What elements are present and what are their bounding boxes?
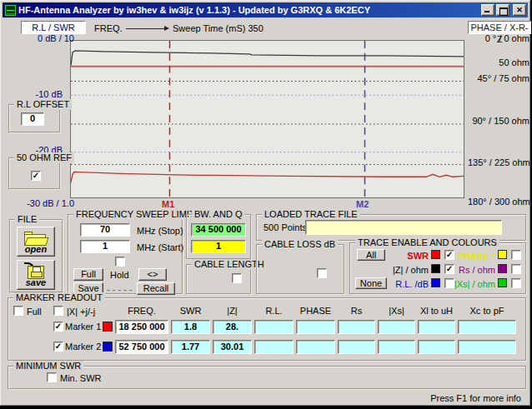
sweep-limits-group: FREQUENCY SWEEP LIMITS 70 MHz (Stop) 1 M… — [68, 214, 183, 294]
loaded-trace-title: LOADED TRACE FILE — [262, 209, 360, 220]
axis-right-3: 90° / 150 ohm — [468, 116, 529, 126]
marker1-phase — [296, 320, 335, 334]
marker2-xl — [418, 340, 455, 354]
trace-enable-group: TRACE ENABLE AND COLOURS All None SWR PH… — [349, 242, 526, 294]
bw-q-group: BW. AND Q 34 500 000 1 — [186, 214, 251, 259]
trace-swatch-xs[interactable] — [498, 278, 507, 287]
min-swr-label: Min. SWR — [60, 373, 102, 383]
sweep-plot[interactable] — [70, 40, 464, 198]
rl-offset-title: R.L OFFSET — [14, 99, 72, 110]
min-swr-checkbox[interactable] — [47, 372, 57, 382]
col-z: |Z| — [213, 306, 252, 316]
plot-canvas — [71, 41, 464, 197]
rl-offset-input[interactable]: 0 — [21, 112, 44, 126]
bandwidth-field: 34 500 000 — [191, 223, 246, 237]
limits-dashes: - - - - - — [107, 284, 133, 294]
trace-enable-title: TRACE ENABLE AND COLOURS — [355, 237, 499, 248]
axis-left-1: -10 dB — [4, 89, 63, 99]
none-traces-button[interactable]: None — [355, 277, 387, 289]
marker1-flag[interactable]: M1 — [162, 199, 174, 209]
trace-label-swr: SWR — [357, 251, 429, 261]
marker1-label: Marker 1 — [65, 322, 103, 332]
trace-checkbox-xs[interactable] — [511, 278, 521, 288]
full-readout-label: Full — [27, 307, 42, 317]
marker2-swr: 1.77 — [171, 340, 210, 354]
app-window: HF-Antenna Analyzer by iw3hev & iw3ijz (… — [0, 0, 530, 406]
minimize-button-icon[interactable] — [481, 4, 494, 16]
marker1-freq[interactable]: 18 250 000 — [115, 320, 168, 334]
trace-checkbox-phase[interactable] — [511, 250, 521, 260]
trace-label-phase: PHASE ° — [427, 251, 495, 261]
marker2-checkbox[interactable] — [53, 342, 63, 352]
cable-loss-title: CABLE LOSS dB — [262, 239, 338, 250]
sweep-arrowhead-icon — [164, 26, 169, 31]
full-readout-checkbox[interactable] — [13, 306, 23, 316]
file-title: FILE — [15, 214, 39, 225]
title-bar[interactable]: HF-Antenna Analyzer by iw3hev & iw3ijz (… — [3, 2, 528, 17]
marker1-xs — [378, 320, 415, 334]
save-button[interactable]: save — [17, 260, 55, 290]
open-button[interactable]: open — [17, 227, 55, 257]
col-xs: |Xs| — [378, 306, 415, 316]
marker1-color-swatch[interactable] — [103, 322, 113, 332]
close-button-icon[interactable] — [513, 4, 526, 16]
trace-swatch-phase[interactable] — [498, 250, 507, 259]
marker1-xc — [458, 320, 516, 334]
marker2-rl — [254, 340, 294, 354]
marker1-rs — [338, 320, 375, 334]
marker2-rs — [338, 340, 375, 354]
trace-file-field[interactable] — [305, 220, 502, 235]
sweep-time-label: Sweep Time (mS) 350 — [173, 23, 263, 33]
minimum-swr-group: MINIMUM SWR Min. SWR — [8, 366, 526, 389]
axis-right-1: 50 ohm — [468, 57, 529, 67]
marker2-row: Marker 2 52 750 000 1.77 30.01 — [53, 339, 516, 354]
file-group: FILE open save — [9, 219, 63, 292]
stop-freq-input[interactable]: 70 — [80, 223, 130, 237]
marker2-color-swatch[interactable] — [103, 342, 113, 352]
bw-q-title: BW. AND Q — [192, 209, 244, 220]
trace-label-rl: R.L. /dB — [387, 279, 429, 289]
marker2-freq[interactable]: 52 750 000 — [115, 340, 168, 354]
range-button[interactable]: <> — [138, 268, 167, 281]
rl-swr-mode-label: R.L / SWR — [21, 21, 86, 34]
marker1-checkbox[interactable] — [53, 322, 63, 332]
col-phase: PHASE — [296, 306, 335, 316]
xj-checkbox[interactable] — [53, 306, 63, 316]
marker2-phase — [296, 340, 335, 354]
col-rl: R.L. — [254, 306, 294, 316]
cable-loss-checkbox[interactable] — [317, 268, 327, 278]
cable-length-group: CABLE LENGTH — [186, 264, 251, 294]
start-freq-label: MHz (Start) — [137, 242, 183, 252]
stop-freq-label: MHz (Stop) — [137, 226, 183, 236]
marker2-flag[interactable]: M2 — [356, 199, 369, 209]
fifty-ohm-ref-group: 50 OHM REF — [8, 157, 60, 189]
trace-swatch-rs[interactable] — [498, 264, 507, 273]
window-title: HF-Antenna Analyzer by iw3hev & iw3ijz (… — [18, 5, 481, 15]
marker1-xl — [418, 320, 455, 334]
phase-mode-label: PHASE / X-R-Z — [468, 21, 531, 34]
hold-checkbox[interactable] — [115, 257, 125, 267]
q-field: 1 — [191, 240, 246, 253]
marker-readout-title: MARKER READOUT — [13, 292, 105, 303]
maximize-button-icon[interactable] — [496, 4, 509, 16]
minimum-swr-title: MINIMUM SWR — [13, 361, 83, 372]
marker1-z: 28. — [213, 320, 252, 334]
col-rs: Rs — [338, 306, 375, 316]
axis-left-0: 0 dB / 10 — [4, 33, 74, 43]
axis-right-0: 0 ° / 0 ohm — [468, 33, 529, 43]
recall-button[interactable]: Recall — [137, 282, 175, 295]
col-xc: Xc to pF — [458, 306, 516, 316]
fifty-ohm-ref-checkbox[interactable] — [31, 171, 41, 181]
axis-right-2: 45° / 75 ohm — [468, 73, 529, 83]
start-freq-input[interactable]: 1 — [80, 240, 130, 253]
cable-loss-group: CABLE LOSS dB — [256, 244, 344, 294]
marker2-xs — [378, 340, 415, 354]
marker1-row: Marker 1 18 250 000 1.8 28. — [53, 319, 516, 334]
app-icon — [5, 5, 16, 16]
status-hint: Press F1 for more info — [430, 393, 521, 403]
rl-offset-group: R.L OFFSET 0 — [8, 104, 60, 132]
cable-length-checkbox[interactable] — [232, 273, 242, 283]
hold-label: Hold — [110, 270, 129, 280]
full-button[interactable]: Full — [73, 268, 103, 281]
trace-checkbox-rs[interactable] — [511, 264, 521, 274]
